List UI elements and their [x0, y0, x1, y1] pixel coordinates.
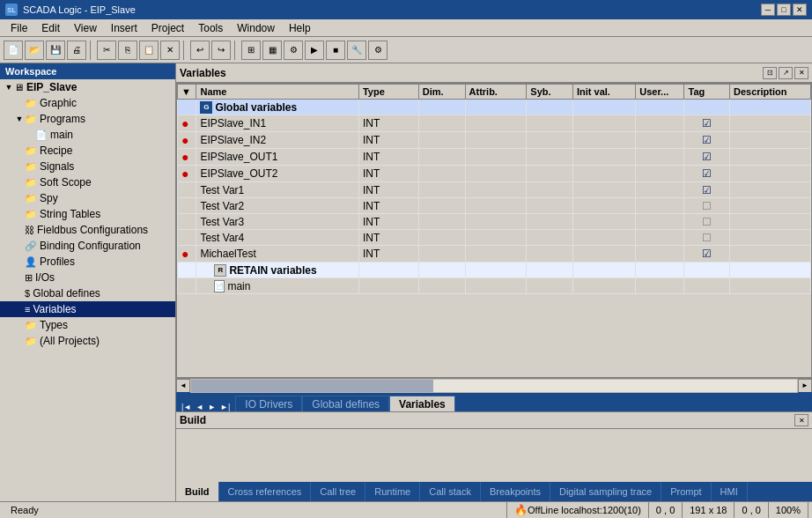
undo-button[interactable]: ↩ — [190, 41, 210, 60]
scroll-thumb[interactable] — [191, 380, 433, 392]
bottom-tab-call-stack[interactable]: Call stack — [420, 482, 481, 501]
table-row[interactable]: Test Var1 INT ☑ — [178, 182, 811, 198]
sidebar-item-spy[interactable]: 📁 Spy — [0, 190, 175, 206]
menu-edit[interactable]: Edit — [34, 20, 67, 36]
col-name[interactable]: Name — [196, 85, 358, 100]
debug-button[interactable]: 🔧 — [347, 41, 366, 60]
menu-help[interactable]: Help — [282, 20, 318, 36]
run-button[interactable]: ▶ — [305, 41, 324, 60]
tab-first-btn[interactable]: |◄ — [180, 403, 193, 411]
tab-io-drivers[interactable]: IO Drivers — [235, 396, 302, 411]
new-button[interactable]: 📄 — [4, 41, 23, 60]
row-syb-checkbox[interactable]: ☑ — [684, 115, 729, 132]
panel-close-button[interactable]: ✕ — [794, 67, 808, 79]
tab-global-defines[interactable]: Global defines — [302, 396, 389, 411]
table-row[interactable]: Test Var2 INT ☐ — [178, 198, 811, 214]
copy-button[interactable]: ⎘ — [118, 41, 137, 60]
row-syb-checkbox[interactable]: ☑ — [684, 182, 729, 198]
save-button[interactable]: 💾 — [46, 41, 65, 60]
sidebar-item-fieldbus[interactable]: ⛓ Fieldbus Configurations — [0, 222, 175, 238]
bottom-tab-runtime[interactable]: Runtime — [365, 482, 420, 501]
table-row[interactable]: ● EIPSlave_IN2 INT ☑ — [178, 132, 811, 149]
col-user[interactable]: User... — [636, 85, 684, 100]
bottom-tab-hmi[interactable]: HMI — [712, 482, 748, 501]
redo-button[interactable]: ↪ — [211, 41, 231, 60]
settings-button[interactable]: ⚙ — [368, 41, 388, 60]
build-close-btn[interactable]: ✕ — [794, 414, 808, 426]
print-button[interactable]: 🖨 — [67, 41, 86, 60]
sidebar-item-types[interactable]: 📁 Types — [0, 317, 175, 333]
sidebar-item-ios[interactable]: ⊞ I/Os — [0, 270, 175, 285]
col-tag[interactable]: Tag — [684, 85, 729, 100]
sidebar-item-graphic[interactable]: 📁 Graphic — [0, 95, 175, 111]
menu-file[interactable]: File — [4, 20, 34, 36]
col-dim[interactable]: Dim. — [418, 85, 465, 100]
tab-last-btn[interactable]: ►| — [218, 403, 232, 411]
table-row[interactable]: ● EIPSlave_OUT2 INT ☑ — [178, 166, 811, 182]
table-row[interactable]: Test Var3 INT ☐ — [178, 214, 811, 230]
sidebar-item-main[interactable]: 📄 main — [0, 127, 175, 143]
table-row[interactable]: G Global variables — [178, 100, 811, 115]
col-type[interactable]: Type — [358, 85, 418, 100]
scroll-left-btn[interactable]: ◄ — [176, 379, 190, 393]
sidebar-item-profiles[interactable]: 👤 Profiles — [0, 254, 175, 270]
tab-prev-btn[interactable]: ◄ — [194, 403, 205, 411]
row-syb-checkbox[interactable]: ☑ — [684, 149, 729, 166]
sidebar-item-recipe[interactable]: 📁 Recipe — [0, 143, 175, 159]
sidebar-item-soft-scope[interactable]: 📁 Soft Scope — [0, 174, 175, 190]
tab-variables[interactable]: Variables — [389, 396, 455, 411]
bottom-tab-digital-trace[interactable]: Digital sampling trace — [550, 482, 661, 501]
table-row[interactable]: 📄 main — [178, 278, 811, 294]
compile-button[interactable]: ⚙ — [284, 41, 303, 60]
bottom-tab-prompt[interactable]: Prompt — [661, 482, 711, 501]
bottom-tab-cross-refs[interactable]: Cross references — [219, 482, 312, 501]
menu-project[interactable]: Project — [144, 20, 191, 36]
row-syb-checkbox[interactable]: ☑ — [684, 132, 729, 149]
stop-button[interactable]: ■ — [326, 41, 345, 60]
cut-button[interactable]: ✂ — [97, 41, 116, 60]
menu-tools[interactable]: Tools — [191, 20, 230, 36]
menu-view[interactable]: View — [67, 20, 104, 36]
bottom-tab-build[interactable]: Build — [176, 482, 219, 501]
table-row[interactable]: ● MichaelTest INT ☑ — [178, 246, 811, 263]
table-row[interactable]: Test Var4 INT ☐ — [178, 230, 811, 246]
sidebar-item-eip-slave[interactable]: ▼ 🖥 EIP_Slave — [0, 79, 175, 95]
table-button[interactable]: ▦ — [262, 41, 282, 60]
h-scroll-bar[interactable]: ◄ ► — [176, 378, 812, 392]
sidebar-item-variables[interactable]: ≡ Variables — [0, 301, 175, 317]
sidebar-item-signals[interactable]: 📁 Signals — [0, 159, 175, 174]
row-syb-checkbox[interactable]: ☐ — [684, 214, 729, 230]
sidebar-item-string-tables[interactable]: 📁 String Tables — [0, 206, 175, 222]
col-attrib[interactable]: Attrib. — [465, 85, 527, 100]
open-button[interactable]: 📂 — [25, 41, 44, 60]
table-row[interactable]: ● EIPSlave_OUT1 INT ☑ — [178, 149, 811, 166]
menu-insert[interactable]: Insert — [104, 20, 144, 36]
sidebar-item-global-defines[interactable]: $ Global defines — [0, 285, 175, 301]
row-syb-checkbox[interactable]: ☐ — [684, 198, 729, 214]
panel-float-button[interactable]: ↗ — [779, 67, 793, 79]
tab-next-btn[interactable]: ► — [206, 403, 218, 411]
col-desc[interactable]: Description — [729, 85, 810, 100]
sidebar-item-programs[interactable]: ▼ 📁 Programs — [0, 111, 175, 127]
scroll-right-btn[interactable]: ► — [798, 379, 812, 393]
paste-button[interactable]: 📋 — [139, 41, 159, 60]
bottom-tab-breakpoints[interactable]: Breakpoints — [481, 482, 550, 501]
table-row[interactable]: R RETAIN variables — [178, 263, 811, 278]
sidebar-item-all-projects[interactable]: 📁 (All Projects) — [0, 333, 175, 349]
menu-window[interactable]: Window — [230, 20, 282, 36]
bottom-tab-call-tree[interactable]: Call tree — [311, 482, 365, 501]
col-initval[interactable]: Init val. — [572, 85, 635, 100]
row-syb-checkbox[interactable]: ☐ — [684, 230, 729, 246]
col-syb[interactable]: Syb. — [527, 85, 573, 100]
delete-button[interactable]: ✕ — [160, 41, 180, 60]
row-syb-checkbox[interactable]: ☑ — [684, 166, 729, 182]
row-syb-checkbox[interactable]: ☑ — [684, 246, 729, 263]
col-filter[interactable]: ▼ — [178, 85, 196, 100]
sidebar-item-binding[interactable]: 🔗 Binding Configuration — [0, 238, 175, 254]
minimize-button[interactable]: ─ — [761, 4, 775, 16]
maximize-button[interactable]: □ — [777, 4, 791, 16]
grid-button[interactable]: ⊞ — [241, 41, 261, 60]
scroll-track[interactable] — [190, 379, 798, 393]
panel-dock-button[interactable]: ⊡ — [763, 67, 777, 79]
close-button[interactable]: ✕ — [793, 4, 807, 16]
